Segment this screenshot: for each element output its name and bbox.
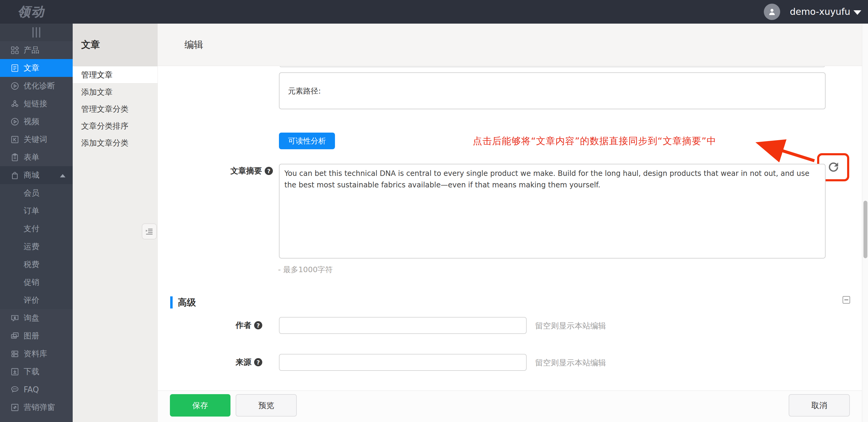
sidebar-item-14[interactable]: 评价 — [0, 291, 73, 309]
sidebar-item-17[interactable]: 资料库 — [0, 345, 73, 363]
main-panel: 编辑 元素路径: 可读性分析 点击后能够将“文章内容”的数据直接同步到“文章摘要… — [157, 24, 862, 422]
annotation-text: 点击后能够将“文章内容”的数据直接同步到“文章摘要”中 — [473, 135, 716, 148]
readability-analysis-button[interactable]: 可读性分析 — [279, 133, 335, 149]
save-button[interactable]: 保存 — [170, 394, 230, 417]
sidebar-item-2[interactable]: 优化诊断 — [0, 77, 73, 95]
author-input[interactable] — [279, 317, 527, 334]
secondary-sidebar: 文章 管理文章添加文章管理文章分类文章分类排序添加文章分类 — [73, 24, 157, 422]
faq-bubble-icon — [10, 385, 20, 394]
sidebar-item-12[interactable]: 税费 — [0, 256, 73, 273]
source-field-label: 来源 ? — [176, 357, 262, 367]
user-avatar[interactable] — [764, 4, 780, 20]
sidebar-item-7[interactable]: 商城 — [0, 166, 73, 184]
form-clipboard-icon — [10, 153, 20, 162]
sidebar-item-11[interactable]: 运费 — [0, 238, 73, 256]
chevron-up-icon — [60, 174, 65, 177]
sidebar-item-label: 会员 — [24, 188, 39, 198]
summary-field-label: 文章摘要 ? — [182, 166, 273, 176]
sidebar-item-5[interactable]: 关键词 — [0, 130, 73, 148]
sidebar-item-label: FAQ — [24, 385, 39, 394]
sidebar-menu: 产品文章优化诊断短链接视频关键词表单商城会员订单支付运费税费促销评价询盘图册资料… — [0, 41, 73, 416]
article-icon — [10, 64, 20, 73]
sidebar-item-20[interactable]: 营销弹窗 — [0, 398, 73, 416]
inquiry-bubble-icon — [10, 314, 20, 323]
sidebar-item-1[interactable]: 文章 — [0, 59, 73, 77]
sidebar-item-15[interactable]: 询盘 — [0, 309, 73, 327]
page-title: 编辑 — [158, 24, 862, 66]
preview-button[interactable]: 预览 — [236, 394, 297, 417]
sidebar-item-13[interactable]: 促销 — [0, 273, 73, 291]
keyword-k-icon — [10, 135, 20, 144]
annotation-arrow — [751, 139, 824, 166]
source-input[interactable] — [279, 354, 527, 371]
sidebar-item-label: 图册 — [24, 331, 39, 341]
sidebar-item-6[interactable]: 表单 — [0, 148, 73, 166]
sidebar-item-label: 商城 — [24, 170, 39, 181]
help-icon[interactable]: ? — [254, 321, 262, 329]
sidebar-item-10[interactable]: 支付 — [0, 220, 73, 238]
advanced-section-header: 高级 — [170, 296, 196, 309]
primary-sidebar: 产品文章优化诊断短链接视频关键词表单商城会员订单支付运费税费促销评价询盘图册资料… — [0, 24, 73, 422]
submenu-item-0[interactable]: 管理文章 — [73, 66, 157, 84]
sidebar-item-label: 询盘 — [24, 313, 39, 323]
submenu-item-1[interactable]: 添加文章 — [73, 84, 157, 100]
help-icon[interactable]: ? — [254, 358, 262, 366]
sidebar-item-label: 支付 — [24, 223, 39, 234]
top-bar: 领动 demo-xuyufu — [0, 0, 868, 24]
sidebar-item-label: 短链接 — [24, 98, 47, 109]
app-window: 领动 demo-xuyufu 产品文章优化诊断短链接视频关键词表单商城会员订单支… — [0, 0, 868, 422]
sidebar-collapse-handle[interactable] — [0, 24, 73, 41]
sidebar-item-label: 促销 — [24, 277, 39, 288]
author-label-text: 作者 — [236, 320, 251, 331]
diagnosis-play-icon — [10, 82, 20, 91]
sidebar-item-label: 表单 — [24, 152, 39, 163]
submenu-toggle-button[interactable] — [142, 223, 157, 239]
sidebar-item-label: 资料库 — [24, 349, 47, 359]
submenu-item-3[interactable]: 文章分类排序 — [73, 118, 157, 134]
sidebar-item-label: 评价 — [24, 295, 39, 305]
sidebar-item-label: 关键词 — [24, 134, 47, 145]
sidebar-item-3[interactable]: 短链接 — [0, 95, 73, 112]
indent-left-icon — [145, 227, 154, 236]
popup-expand-icon — [10, 403, 20, 412]
sidebar-item-label: 视频 — [24, 116, 39, 127]
section-collapse-button[interactable] — [842, 296, 850, 304]
section-accent-bar — [170, 296, 173, 309]
caret-down-icon[interactable] — [854, 10, 861, 15]
sidebar-item-19[interactable]: FAQ — [0, 381, 73, 398]
sidebar-item-label: 订单 — [24, 205, 39, 216]
sidebar-item-label: 文章 — [24, 63, 39, 73]
sidebar-item-18[interactable]: 下载 — [0, 363, 73, 381]
sidebar-item-label: 产品 — [24, 45, 39, 55]
brand-logo: 领动 — [18, 0, 45, 24]
sync-refresh-button[interactable] — [827, 160, 840, 174]
sidebar-item-label: 营销弹窗 — [24, 402, 55, 413]
username-label[interactable]: demo-xuyufu — [790, 0, 850, 24]
library-stack-icon — [10, 349, 20, 358]
scrollbar-thumb[interactable] — [864, 201, 867, 258]
form-content: 元素路径: 可读性分析 点击后能够将“文章内容”的数据直接同步到“文章摘要”中 — [158, 66, 862, 391]
submenu-item-2[interactable]: 管理文章分类 — [73, 100, 157, 118]
sidebar-item-0[interactable]: 产品 — [0, 41, 73, 59]
sidebar-item-16[interactable]: 图册 — [0, 327, 73, 345]
cancel-button[interactable]: 取消 — [789, 394, 850, 417]
clipped-field-box — [279, 66, 826, 67]
author-field-label: 作者 ? — [176, 320, 262, 331]
sidebar-item-label: 运费 — [24, 241, 39, 252]
scrollbar-track — [862, 24, 868, 422]
sidebar-item-label: 税费 — [24, 259, 39, 270]
help-icon[interactable]: ? — [265, 167, 273, 175]
sidebar-item-4[interactable]: 视频 — [0, 112, 73, 130]
products-grid-icon — [10, 46, 20, 55]
source-hint: 留空则显示本站编辑 — [535, 358, 606, 368]
sidebar-item-label: 优化诊断 — [24, 80, 55, 91]
summary-textarea[interactable]: You can bet this technical DNA is centra… — [279, 164, 826, 259]
sidebar-item-8[interactable]: 会员 — [0, 184, 73, 202]
sidebar-item-9[interactable]: 订单 — [0, 202, 73, 220]
submenu-item-4[interactable]: 添加文章分类 — [73, 134, 157, 151]
source-label-text: 来源 — [236, 357, 251, 367]
advanced-title: 高级 — [178, 296, 196, 309]
element-path-box: 元素路径: — [279, 72, 826, 109]
gallery-image-icon — [10, 331, 20, 340]
element-path-label: 元素路径: — [288, 86, 321, 96]
